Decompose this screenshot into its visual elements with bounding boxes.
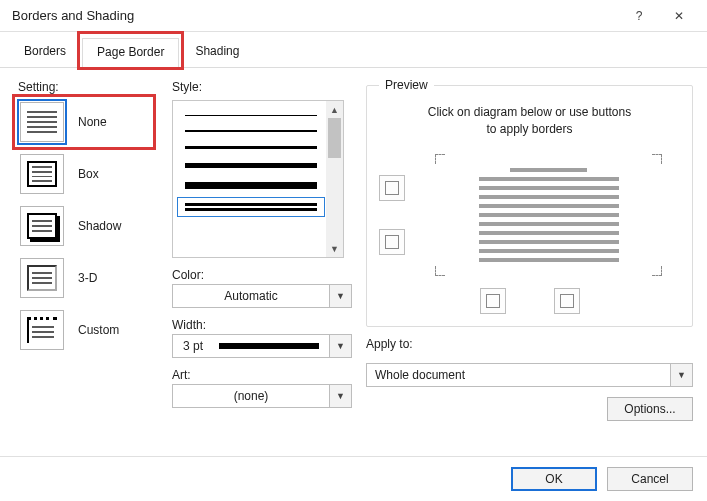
art-combo[interactable]: (none) ▼ [172,384,352,408]
tab-strip: Borders Page Border Shading [0,32,707,68]
preview-hint: Click on diagram below or use buttons to… [385,104,674,138]
scroll-down-icon[interactable]: ▼ [326,240,343,257]
border-right-toggle[interactable] [554,288,580,314]
help-icon: ? [636,9,643,23]
setting-item-label: Box [78,167,148,181]
style-option[interactable] [183,163,319,168]
chevron-down-icon[interactable]: ▼ [329,385,351,407]
apply-to-label: Apply to: [366,337,693,351]
close-icon: ✕ [674,9,684,23]
cancel-button[interactable]: Cancel [607,467,693,491]
setting-icon-3d [20,258,64,298]
style-option[interactable] [183,130,319,132]
width-label: Width: [172,318,352,332]
preview-column: Preview Click on diagram below or use bu… [366,78,693,421]
preview-page[interactable] [417,150,680,280]
setting-item-custom[interactable]: Custom [18,308,150,352]
art-label: Art: [172,368,352,382]
apply-to-combo[interactable]: Whole document ▼ [366,363,693,387]
scroll-thumb[interactable] [328,118,341,158]
page-text-icon [479,168,619,262]
tab-borders[interactable]: Borders [10,38,80,67]
corner-marker [435,154,445,164]
color-value: Automatic [173,289,329,303]
style-column: Style: ▲ ▼ Color: Automatic ▼ [172,78,352,421]
width-preview-line [219,343,329,349]
setting-icon-shadow [20,206,64,246]
ok-button[interactable]: OK [511,467,597,491]
chevron-down-icon[interactable]: ▼ [329,335,351,357]
tab-page-border[interactable]: Page Border [82,38,179,68]
setting-list: None Box Shadow 3-D [18,100,158,352]
setting-item-label: 3-D [78,271,148,285]
style-option[interactable] [183,203,319,211]
border-top-toggle[interactable] [379,175,405,201]
setting-item-label: Custom [78,323,148,337]
preview-legend: Preview [379,78,434,92]
style-list[interactable]: ▲ ▼ [172,100,344,258]
setting-label: Setting: [18,80,158,94]
corner-marker [652,266,662,276]
setting-item-none[interactable]: None [18,100,150,144]
setting-item-label: Shadow [78,219,148,233]
window-title: Borders and Shading [12,8,619,23]
corner-marker [652,154,662,164]
style-label: Style: [172,80,352,94]
color-label: Color: [172,268,352,282]
scroll-up-icon[interactable]: ▲ [326,101,343,118]
dialog-footer: OK Cancel [0,456,707,501]
close-button[interactable]: ✕ [659,2,699,30]
style-option[interactable] [183,182,319,189]
setting-item-3d[interactable]: 3-D [18,256,150,300]
corner-marker [435,266,445,276]
setting-icon-custom [20,310,64,350]
setting-icon-box [20,154,64,194]
setting-item-box[interactable]: Box [18,152,150,196]
width-value: 3 pt [173,339,219,353]
style-option[interactable] [183,146,319,149]
setting-item-shadow[interactable]: Shadow [18,204,150,248]
chevron-down-icon[interactable]: ▼ [670,364,692,386]
setting-column: Setting: None Box Shadow [18,78,158,421]
tab-shading[interactable]: Shading [181,38,253,67]
width-combo[interactable]: 3 pt ▼ [172,334,352,358]
style-scrollbar[interactable]: ▲ ▼ [326,101,343,257]
options-button[interactable]: Options... [607,397,693,421]
border-left-toggle[interactable] [480,288,506,314]
titlebar: Borders and Shading ? ✕ [0,0,707,32]
preview-group: Preview Click on diagram below or use bu… [366,78,693,327]
setting-item-label: None [78,115,148,129]
border-bottom-toggle[interactable] [379,229,405,255]
chevron-down-icon[interactable]: ▼ [329,285,351,307]
color-combo[interactable]: Automatic ▼ [172,284,352,308]
dialog-body: Setting: None Box Shadow [0,68,707,431]
preview-diagram [379,150,680,280]
art-value: (none) [173,389,329,403]
apply-to-value: Whole document [367,368,670,382]
help-button[interactable]: ? [619,2,659,30]
setting-icon-none [20,102,64,142]
style-option[interactable] [183,115,319,116]
